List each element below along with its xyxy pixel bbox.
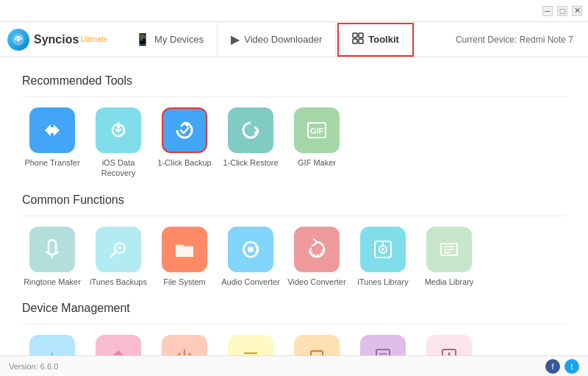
logo-text: Syncios [34,33,79,46]
maximize-btn[interactable]: □ [557,6,567,16]
phone-transfer-icon-wrapper [29,107,75,153]
gif-maker-label: GIF Maker [298,157,336,168]
recommended-tools-grid: Phone Transfer iOS Data Recovery [22,107,566,179]
svg-rect-4 [353,39,357,43]
svg-point-12 [248,246,254,252]
video-converter-icon-wrapper [294,227,340,272]
ios-recovery-icon-wrapper [96,107,141,153]
my-devices-label: My Devices [154,34,204,45]
tool-mobile-hard-disk[interactable]: Mobile Hard Disk [287,335,347,355]
divider-3 [22,324,566,324]
nav-video-downloader[interactable]: ▶ Video Downloader [218,22,336,57]
crash-log-icon-wrapper [426,335,472,355]
main-content: Recommended Tools Phone Transfer [0,57,588,355]
device-management-section: Device Management Photo Stream [22,302,566,355]
tool-itunes-backups[interactable]: iTunes Backups [88,227,148,287]
ios-recovery-label: iOS Data Recovery [88,157,148,179]
svg-point-10 [118,246,121,249]
my-devices-icon: 📱 [135,32,150,46]
video-downloader-icon: ▶ [231,32,240,46]
audio-converter-label: Audio Converter [221,277,280,287]
audio-converter-icon-wrapper [228,227,273,272]
nav-toolkit[interactable]: Toolkit [337,23,414,57]
file-system-icon-wrapper [162,227,207,272]
tool-file-system[interactable]: File System [154,227,215,287]
video-converter-label: Video Converter [287,277,345,287]
tool-photo-stream[interactable]: Photo Stream [22,335,82,355]
common-functions-section: Common Functions Ringtone Maker [22,194,566,287]
device-management-grid: Photo Stream Reboot [22,335,566,355]
itunes-backups-label: iTunes Backups [90,277,147,287]
toolkit-label: Toolkit [368,34,399,45]
reboot-icon-wrapper [96,335,141,355]
tool-ios-data-recovery[interactable]: iOS Data Recovery [88,107,148,179]
nav-my-devices[interactable]: 📱 My Devices [122,22,218,57]
ringtone-maker-label: Ringtone Maker [24,277,81,287]
media-library-label: Media Library [425,277,474,287]
media-library-icon-wrapper [426,227,472,272]
tool-gif-maker[interactable]: GIF GIF Maker [287,107,347,179]
svg-rect-5 [359,39,363,43]
1click-restore-icon-wrapper [228,107,273,153]
1click-backup-icon-wrapper [162,107,207,153]
common-functions-grid: Ringtone Maker iTunes Backups [22,227,566,287]
facebook-button[interactable]: f [545,359,560,374]
nav-items: 📱 My Devices ▶ Video Downloader Toolkit [122,22,456,57]
svg-point-15 [381,248,384,251]
minimize-btn[interactable]: ─ [542,6,553,16]
itunes-library-icon-wrapper [360,227,406,272]
close-btn[interactable]: ✕ [572,6,582,16]
twitter-button[interactable]: t [564,359,579,374]
tool-audio-converter[interactable]: Audio Converter [220,227,281,287]
ringtone-maker-icon-wrapper [29,227,75,272]
divider-2 [22,216,566,216]
current-device: Current Device: Redmi Note 7 [456,35,581,45]
tool-media-library[interactable]: Media Library [419,227,479,287]
svg-rect-3 [359,33,363,38]
tool-itunes-library[interactable]: iTunes Library [353,227,413,287]
tool-video-converter[interactable]: Video Converter [287,227,347,287]
device-management-title: Device Management [22,302,566,315]
1click-restore-label: 1-Click Restore [223,157,278,168]
tool-shutdown[interactable]: Shutdown [154,335,215,355]
1click-backup-label: 1-Click Backup [157,157,211,168]
tool-ringtone-maker[interactable]: Ringtone Maker [22,227,82,287]
titlebar: ─ □ ✕ [0,0,588,22]
app-logo: Syncios Ultimate [7,29,107,51]
video-downloader-label: Video Downloader [244,34,322,45]
mobile-hard-disk-icon-wrapper [294,335,340,355]
itunes-backups-icon-wrapper [96,227,141,272]
svg-rect-32 [376,350,390,355]
toolkit-icon [352,32,364,47]
tool-1click-backup[interactable]: 1-Click Backup [154,107,215,179]
itunes-library-label: iTunes Library [357,277,408,287]
tool-real-time-log[interactable]: Real-Time Log [353,335,413,355]
common-functions-title: Common Functions [22,194,566,207]
logo-ultimate: Ultimate [80,35,107,43]
tool-reboot[interactable]: Reboot [88,335,148,355]
divider-1 [22,96,566,97]
tool-clear-cache[interactable]: Clear Cache [220,335,281,355]
recommended-tools-title: Recommended Tools [22,74,566,88]
svg-rect-2 [353,33,357,38]
clear-cache-icon-wrapper [228,335,273,355]
tool-1click-restore[interactable]: 1-Click Restore [220,107,281,179]
svg-point-1 [17,38,20,41]
shutdown-icon-wrapper [162,335,207,355]
phone-transfer-label: Phone Transfer [24,157,79,168]
file-system-label: File System [163,277,205,287]
photo-stream-icon-wrapper [29,335,75,355]
svg-text:GIF: GIF [310,127,324,135]
tool-crash-log[interactable]: Crash Log [419,335,479,355]
navbar: Syncios Ultimate 📱 My Devices ▶ Video Do… [0,22,588,57]
social-links: f t [545,359,579,374]
recommended-tools-section: Recommended Tools Phone Transfer [22,74,566,179]
version-text: Version: 6.6.0 [9,362,58,371]
real-time-log-icon-wrapper [360,335,406,355]
tool-phone-transfer[interactable]: Phone Transfer [22,107,82,179]
statusbar: Version: 6.6.0 f t [0,355,588,376]
logo-icon [7,29,29,51]
gif-maker-icon-wrapper: GIF [294,107,340,153]
svg-rect-30 [311,351,323,355]
